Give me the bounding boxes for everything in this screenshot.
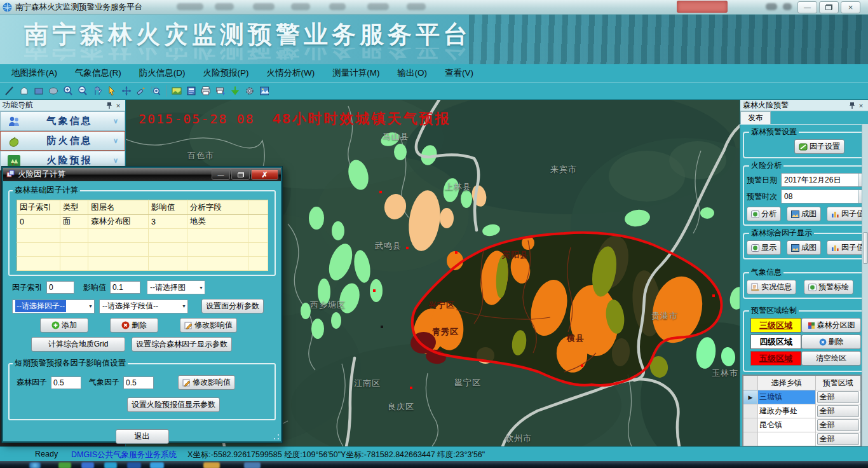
nav-item-weather[interactable]: 气象信息 ∨ — [0, 111, 125, 131]
rectangle-tool-icon[interactable] — [32, 85, 45, 97]
set-fire-display-button[interactable]: 设置火险预报值显示参数 — [127, 397, 220, 412]
dialog-titlebar[interactable]: 火险因子计算 — ✗ — [3, 168, 281, 181]
factor-table[interactable]: 因子索引 类型 图层名 影响值 分析字段 0面 森林分布图3 地类 — [17, 200, 268, 271]
zoom-out-icon[interactable] — [76, 85, 89, 97]
menu-item[interactable]: 气象信息(R) — [66, 64, 130, 82]
select-arrow-icon[interactable] — [105, 85, 118, 97]
factor-settings-button[interactable]: 因子设置 — [794, 139, 844, 154]
menu-item[interactable]: 地图操作(A) — [3, 64, 66, 82]
town-row[interactable]: ▶ 三塘镇 全部 — [743, 390, 861, 404]
settings-gear-icon[interactable] — [243, 85, 256, 97]
identify-tool-icon[interactable] — [135, 85, 147, 97]
modify-impact-button[interactable]: 修改影响值 — [178, 375, 235, 390]
panel-vscrollbar[interactable] — [862, 124, 868, 446]
area-cell[interactable]: 全部 — [815, 390, 861, 404]
zoom-selection-icon[interactable] — [149, 85, 162, 97]
full-extent-icon[interactable] — [120, 85, 133, 97]
field-select[interactable]: --请选择字段值--▼ — [99, 299, 188, 313]
town-cell[interactable] — [758, 432, 816, 447]
show-button[interactable]: 显示 — [747, 240, 781, 255]
town-cell[interactable]: 三塘镇 — [758, 390, 816, 404]
factor-row[interactable]: 0面 森林分布图3 地类 — [17, 215, 268, 229]
taskbar-icon[interactable] — [104, 462, 117, 468]
export-map-icon[interactable] — [170, 85, 183, 97]
taskbar[interactable] — [0, 461, 868, 468]
warning-time-select[interactable]: 08▼ — [781, 189, 868, 203]
delete-button[interactable]: 删除 — [110, 318, 158, 333]
ellipse-tool-icon[interactable] — [47, 85, 60, 97]
taskbar-icon[interactable] — [244, 462, 261, 468]
level4-region-swatch[interactable]: 四级区域 — [750, 334, 801, 349]
recorder-stop-button[interactable] — [677, 1, 728, 13]
layer-select[interactable]: --请选择图▼ — [147, 280, 205, 294]
resize-grip[interactable] — [274, 434, 279, 439]
town-row[interactable]: 全部 — [743, 432, 861, 447]
menu-item[interactable]: 测量计算(M) — [323, 64, 388, 82]
taskbar-icon[interactable] — [150, 462, 164, 468]
close-icon[interactable]: × — [114, 102, 123, 109]
nav-item-fireprevention[interactable]: 防火信息 ∨ — [0, 131, 125, 151]
start-orb[interactable] — [29, 462, 41, 468]
forest-zone-map-button[interactable]: 森林分区图 — [801, 318, 861, 333]
line-tool-icon[interactable] — [3, 85, 16, 97]
menu-item[interactable]: 火情分析(W) — [258, 64, 324, 82]
taskbar-icon[interactable] — [203, 462, 220, 468]
print-icon[interactable] — [200, 85, 212, 97]
tab-publish[interactable]: 发布 — [740, 111, 771, 124]
make-map-button[interactable]: 成图 — [787, 240, 821, 255]
impact-input[interactable] — [110, 281, 140, 294]
area-cell[interactable]: 全部 — [815, 418, 861, 432]
dialog-close-button[interactable]: ✗ — [251, 169, 278, 180]
add-button[interactable]: 添加 — [40, 318, 88, 333]
factor-index-input[interactable] — [46, 281, 74, 294]
dialog-minimize-button[interactable]: — — [212, 169, 230, 180]
polygon-tool-icon[interactable] — [18, 85, 31, 97]
delete-region-button[interactable]: 删除 — [801, 334, 861, 349]
level3-region-swatch[interactable]: 三级区域 — [750, 318, 801, 333]
pan-hand-icon[interactable] — [91, 85, 104, 97]
area-cell[interactable]: 全部 — [815, 404, 861, 418]
factor-select[interactable]: --请选择因子--▼ — [12, 299, 95, 313]
level5-region-swatch[interactable]: 五级区域 — [750, 351, 801, 366]
analyze-button[interactable]: 分析 — [747, 207, 781, 221]
pin-icon[interactable] — [105, 102, 114, 109]
town-cell[interactable]: 昆仑镇 — [758, 418, 816, 432]
town-row[interactable]: 昆仑镇 全部 — [743, 418, 861, 432]
set-composite-display-button[interactable]: 设置综合森林因子显示参数 — [132, 337, 232, 352]
menu-item[interactable]: 查看(V) — [436, 64, 482, 82]
weather-factor-input[interactable] — [123, 376, 154, 389]
taskbar-icon[interactable] — [127, 462, 141, 468]
menu-item[interactable]: 输出(O) — [388, 64, 436, 82]
menu-item[interactable]: 火险预报(P) — [194, 64, 258, 82]
zoom-in-icon[interactable] — [62, 85, 74, 97]
clear-draw-button[interactable]: 清空绘区 — [801, 351, 861, 366]
print-export-icon[interactable] — [214, 85, 227, 97]
town-table[interactable]: 选择乡镇 预警区域 ▶ 三塘镇 全部 建政办事处 全部 昆仑镇 全部 全部 — [742, 375, 862, 446]
taskbar-icon[interactable] — [81, 462, 94, 468]
set-area-params-button[interactable]: 设置面分析参数 — [201, 299, 264, 313]
calc-grid-button[interactable]: 计算综合地质Grid — [31, 337, 125, 352]
legend-window-icon[interactable] — [185, 85, 198, 97]
scroll-thumb[interactable] — [863, 232, 868, 264]
col-town[interactable]: 选择乡镇 — [758, 375, 816, 390]
taskbar-icon[interactable] — [58, 462, 71, 468]
forest-factor-input[interactable] — [51, 376, 81, 389]
town-cell[interactable]: 建政办事处 — [758, 404, 816, 418]
town-row[interactable]: 建政办事处 全部 — [743, 404, 861, 418]
exit-button[interactable]: 退出 — [116, 429, 169, 444]
close-button[interactable]: × — [841, 1, 860, 13]
col-area[interactable]: 预警区域 — [815, 375, 861, 390]
area-cell[interactable]: 全部 — [815, 432, 861, 447]
close-icon[interactable]: × — [857, 102, 865, 109]
warning-plot-button[interactable]: 预警标绘 — [804, 280, 853, 294]
download-arrow-icon[interactable] — [229, 85, 241, 97]
dialog-maximize-button[interactable] — [231, 169, 250, 180]
make-map-button[interactable]: 成图 — [787, 207, 821, 221]
menu-item[interactable]: 防火信息(D) — [130, 64, 194, 82]
minimize-button[interactable]: — — [797, 1, 817, 13]
live-info-button[interactable]: 实况信息 — [747, 280, 796, 294]
warning-date-select[interactable]: 2017年12月26日▼ — [781, 173, 868, 187]
image-viewer-icon[interactable] — [258, 85, 271, 97]
pin-icon[interactable] — [848, 102, 857, 109]
restore-button[interactable] — [819, 1, 839, 13]
